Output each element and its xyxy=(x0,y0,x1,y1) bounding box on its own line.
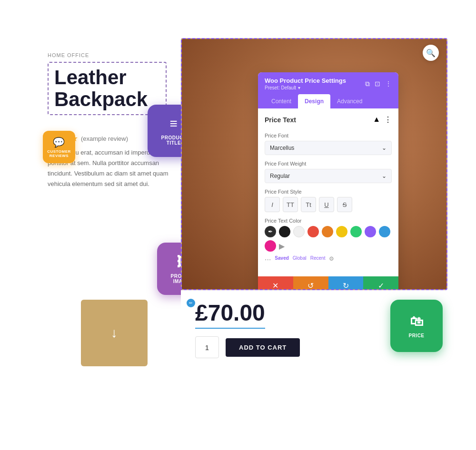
section-more-icon[interactable]: ⋮ xyxy=(384,115,392,124)
font-select[interactable]: Marcellus ⌄ xyxy=(265,141,392,155)
price-edit-icon[interactable]: ✏ xyxy=(187,299,195,307)
price-module-icon: 🛍 xyxy=(410,313,424,329)
price-module-label: PRICE xyxy=(408,333,424,338)
panel-title: Woo Product Price Settings xyxy=(265,77,346,84)
tab-advanced[interactable]: Advanced xyxy=(330,94,369,108)
color-dots[interactable]: ··· xyxy=(265,255,271,264)
tab-design[interactable]: Design xyxy=(298,94,330,108)
font-field-group: Price Font Marcellus ⌄ xyxy=(265,133,392,155)
saved-tab[interactable]: Saved xyxy=(275,255,288,264)
color-eyedropper[interactable]: ✒ xyxy=(265,226,276,237)
strikethrough-btn[interactable]: S xyxy=(337,197,352,212)
panel-preset[interactable]: Preset: Default ▾ xyxy=(265,85,346,90)
undo-btn[interactable]: ↺ xyxy=(293,276,328,290)
customer-reviews-badge[interactable]: 💬 CUSTOMER REVIEWS xyxy=(43,131,75,163)
weight-label: Price Font Weight xyxy=(265,161,392,166)
style-field-group: Price Font Style I TT Tt U S xyxy=(265,189,392,212)
price-value: £70.00 xyxy=(195,300,265,329)
quantity-input[interactable]: 1 xyxy=(195,336,219,358)
panel-footer: ✕ ↺ ↻ ✓ xyxy=(258,276,398,290)
breadcrumb: HOME OFFICE xyxy=(48,52,89,58)
tan-module-box[interactable]: ↓ xyxy=(81,300,148,366)
redo-btn[interactable]: ↻ xyxy=(328,276,364,290)
section-icons: ▲ ⋮ xyxy=(373,115,392,124)
scene: HOME OFFICE Leather Backpack ★★★★ (examp… xyxy=(29,38,447,409)
color-blue[interactable] xyxy=(379,226,390,237)
color-tabs: ··· Saved Global Recent ⚙ xyxy=(265,255,392,264)
color-yellow[interactable] xyxy=(336,226,347,237)
color-field-group: Price Text Color ✒ ▶ xyxy=(265,218,392,264)
search-icon[interactable]: 🔍 xyxy=(423,45,439,61)
more-colors-btn[interactable]: ▶ xyxy=(279,242,285,251)
weight-select[interactable]: Regular ⌄ xyxy=(265,169,392,183)
weight-field-group: Price Font Weight Regular ⌄ xyxy=(265,161,392,183)
settings-panel: Woo Product Price Settings Preset: Defau… xyxy=(258,72,398,290)
collapse-icon[interactable]: ▲ xyxy=(373,115,380,124)
product-title-area: Leather Backpack xyxy=(48,62,167,115)
panel-header: Woo Product Price Settings Preset: Defau… xyxy=(258,72,398,94)
font-style-row: I TT Tt U S xyxy=(265,197,392,212)
product-image-area: 🔍 Woo Product Price Settings Preset: Def… xyxy=(181,38,447,290)
color-row: ✒ ▶ xyxy=(265,226,392,252)
section-header: Price Text ▲ ⋮ xyxy=(265,115,392,127)
reviews-badge-label: CUSTOMER REVIEWS xyxy=(43,149,75,158)
global-tab[interactable]: Global xyxy=(293,255,307,264)
font-label: Price Font xyxy=(265,133,392,138)
panel-header-icons: ⧉ ⊡ ⋮ xyxy=(365,80,392,88)
panel-tabs: Content Design Advanced xyxy=(258,94,398,108)
section-title: Price Text xyxy=(265,116,296,124)
color-black[interactable] xyxy=(279,226,290,237)
product-title-module-icon: ≡ xyxy=(170,116,178,131)
review-text: (example review) xyxy=(81,135,128,142)
color-pink[interactable] xyxy=(265,240,276,252)
color-red[interactable] xyxy=(307,226,319,237)
color-settings-icon[interactable]: ⚙ xyxy=(329,255,334,264)
add-to-cart-button[interactable]: ADD TO CART xyxy=(226,338,300,357)
panel-more-icon[interactable]: ⋮ xyxy=(385,80,392,88)
recent-tab[interactable]: Recent xyxy=(310,255,326,264)
color-orange[interactable] xyxy=(322,226,333,237)
arrow-down-icon: ↓ xyxy=(111,325,118,341)
italic-btn[interactable]: I xyxy=(265,197,280,212)
capitalize-btn[interactable]: Tt xyxy=(301,197,316,212)
underline-btn[interactable]: U xyxy=(319,197,334,212)
color-purple[interactable] xyxy=(365,226,376,237)
reviews-badge-icon: 💬 xyxy=(53,137,65,148)
color-label: Price Text Color xyxy=(265,218,392,224)
uppercase-btn[interactable]: TT xyxy=(283,197,298,212)
color-green[interactable] xyxy=(350,226,362,237)
price-module[interactable]: 🛍 PRICE xyxy=(390,300,443,352)
style-label: Price Font Style xyxy=(265,189,392,195)
panel-body: Price Text ▲ ⋮ Price Font Marcellus ⌄ Pr… xyxy=(258,108,398,276)
panel-copy-icon[interactable]: ⧉ xyxy=(365,80,370,88)
save-btn[interactable]: ✓ xyxy=(363,276,398,290)
tab-content[interactable]: Content xyxy=(265,94,298,108)
product-title: Leather Backpack xyxy=(54,67,160,110)
color-white[interactable] xyxy=(293,226,305,237)
cancel-btn[interactable]: ✕ xyxy=(258,276,293,290)
panel-expand-icon[interactable]: ⊡ xyxy=(375,80,380,88)
